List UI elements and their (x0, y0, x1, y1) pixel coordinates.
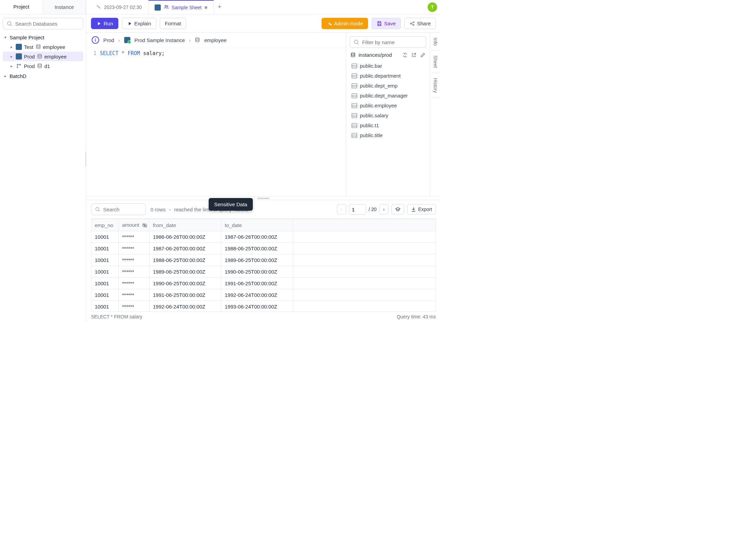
workspace-row: i Prod › Prod Sample Instance › employee… (86, 33, 441, 196)
table-item[interactable]: public.employee (351, 102, 426, 109)
query-time: Query time: 43 ms (397, 314, 436, 319)
explain-button[interactable]: Explain (122, 18, 156, 29)
format-button[interactable]: Format (160, 18, 186, 29)
save-button[interactable]: Save (372, 18, 401, 29)
explain-label: Explain (134, 21, 151, 26)
share-icon (409, 21, 415, 26)
cell: ****** (119, 301, 149, 312)
kw-select: SELECT (100, 50, 118, 56)
svg-point-5 (17, 64, 18, 65)
col-from-date[interactable]: from_date (149, 219, 221, 231)
disconnect-icon (96, 4, 101, 11)
svg-point-6 (17, 67, 18, 68)
rail-tab-info[interactable]: Info (431, 33, 440, 51)
table-row[interactable]: 10001******1988-06-25T00:00:00Z1989-06-2… (91, 254, 436, 266)
table-row[interactable]: 10001******1990-06-25T00:00:00Z1991-06-2… (91, 278, 436, 289)
table-icon (352, 93, 357, 98)
cell: 1992-06-24T00:00:00Z (221, 289, 293, 301)
table-item[interactable]: public.t1 (351, 121, 426, 129)
svg-point-13 (354, 40, 358, 43)
avatar[interactable]: T (428, 2, 437, 12)
page-input[interactable] (349, 204, 366, 215)
db-env: Prod (24, 63, 35, 69)
add-tab-button[interactable]: + (214, 3, 226, 11)
edit-icon[interactable] (420, 52, 426, 58)
sql-editor[interactable]: 1 SELECT * FROM salary; (86, 48, 346, 196)
results-table: emp_no amount from_date to_date 10001***… (91, 219, 436, 312)
table-name: public.title (360, 132, 383, 138)
caret-right-icon: ▸ (10, 64, 14, 68)
database-icon (195, 37, 200, 43)
db-item-prod-employee[interactable]: ▸ Prod employee (3, 52, 83, 61)
schema-filter[interactable] (350, 36, 426, 48)
info-icon[interactable]: i (92, 36, 99, 44)
editor-tab-prev[interactable]: 2023-09-27 02:30 (90, 0, 148, 14)
rail-tab-history[interactable]: History (431, 73, 440, 98)
play-icon (127, 21, 132, 26)
results-search-input[interactable] (103, 207, 142, 212)
database-icon (36, 44, 41, 50)
table-item[interactable]: public.department (351, 72, 426, 80)
chevron-right-icon: › (189, 37, 191, 43)
caret-down-icon: ▾ (3, 35, 8, 40)
rail-tab-sheet[interactable]: Sheet (431, 51, 440, 73)
sensitive-data-tooltip: Sensitive Data (209, 198, 253, 211)
breadcrumb-instance[interactable]: Prod Sample Instance (134, 37, 185, 43)
tab-project[interactable]: Project (0, 0, 43, 14)
results-table-wrap[interactable]: emp_no amount from_date to_date 10001***… (91, 219, 436, 312)
run-button[interactable]: Run (91, 18, 118, 29)
editor-tab-current[interactable]: Sample Sheet (148, 0, 214, 14)
breadcrumb: i Prod › Prod Sample Instance › employee (86, 33, 346, 48)
postgres-icon (16, 53, 22, 60)
cell (293, 243, 436, 254)
breadcrumb-table[interactable]: employee (204, 37, 226, 43)
col-emp-no[interactable]: emp_no (91, 219, 119, 231)
chevron-right-icon: › (118, 37, 120, 43)
project-node[interactable]: ▾ Sample Project (3, 33, 83, 42)
schema-filter-input[interactable] (362, 39, 422, 45)
sidebar-search[interactable] (3, 18, 83, 29)
right-rail: Info Sheet History (430, 33, 441, 196)
center-panel: Run Explain Format Admin mode Save Share (86, 14, 441, 321)
database-icon (350, 52, 356, 58)
table-row[interactable]: 10001******1992-06-24T00:00:00Z1993-06-2… (91, 301, 436, 312)
table-row[interactable]: 10001******1987-06-26T00:00:00Z1988-06-2… (91, 243, 436, 254)
page-next-button[interactable]: › (379, 204, 389, 214)
education-icon[interactable] (391, 204, 404, 214)
cell: ****** (119, 266, 149, 278)
top-tabbar: Project Instance 2023-09-27 02:30 Sample… (0, 0, 441, 14)
admin-mode-button[interactable]: Admin mode (322, 18, 368, 29)
table-item[interactable]: public.dept_manager (351, 92, 426, 100)
project-node-2[interactable]: ▸ BatchD (3, 71, 83, 81)
table-row[interactable]: 10001******1986-06-26T00:00:00Z1987-06-2… (91, 231, 436, 243)
instance-row[interactable]: instances/prod (350, 51, 426, 59)
sync-icon[interactable] (402, 52, 408, 58)
breadcrumb-env[interactable]: Prod (103, 37, 114, 43)
table-icon (352, 113, 357, 118)
horizontal-splitter[interactable] (86, 196, 441, 200)
tab-instance[interactable]: Instance (43, 0, 86, 14)
external-link-icon[interactable] (411, 52, 417, 58)
results-search[interactable] (91, 203, 146, 215)
export-label: Export (418, 207, 432, 212)
table-row[interactable]: 10001******1991-06-25T00:00:00Z1992-06-2… (91, 289, 436, 301)
page-prev-button[interactable]: ‹ (337, 204, 346, 214)
col-amount[interactable]: amount (119, 219, 149, 231)
table-item[interactable]: public.salary (351, 111, 426, 119)
table-item[interactable]: public.title (351, 131, 426, 139)
admin-label: Admin mode (334, 21, 363, 26)
svg-point-4 (38, 54, 41, 55)
table-item[interactable]: public.bar (351, 62, 426, 70)
table-item[interactable]: public.dept_emp (351, 82, 426, 90)
sidebar-search-input[interactable] (15, 21, 79, 27)
col-to-date[interactable]: to_date (221, 219, 293, 231)
postgres-icon (155, 4, 161, 11)
table-row[interactable]: 10001******1989-06-25T00:00:00Z1990-06-2… (91, 266, 436, 278)
users-icon (164, 4, 169, 11)
db-item-test-employee[interactable]: ▸ Test employee (3, 42, 83, 52)
share-button[interactable]: Share (404, 18, 436, 29)
db-tree: ▾ Sample Project ▸ Test employee ▸ Prod … (3, 33, 83, 81)
cell (293, 278, 436, 289)
db-item-prod-d1[interactable]: ▸ Prod d1 (3, 61, 83, 71)
export-button[interactable]: Export (407, 204, 436, 214)
